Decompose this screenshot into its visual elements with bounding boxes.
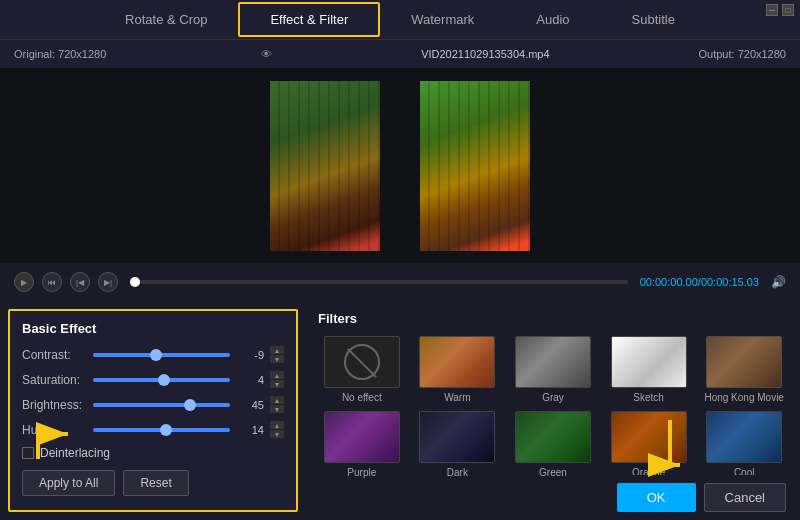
hue-label: Hue: [22, 423, 87, 437]
contrast-label: Contrast: [22, 348, 87, 362]
filter-label-no-effect: No effect [342, 392, 382, 403]
hue-down[interactable]: ▼ [270, 430, 284, 438]
contrast-arrows: ▲ ▼ [270, 346, 284, 363]
tab-bar: Rotate & Crop Effect & Filter Watermark … [0, 0, 800, 40]
filter-label-purple: Purple [347, 467, 376, 478]
eye-icon[interactable]: 👁 [261, 48, 272, 60]
maximize-button[interactable]: □ [782, 4, 794, 16]
saturation-value: 4 [236, 374, 264, 386]
info-bar: Original: 720x1280 👁 VID20211029135304.m… [0, 40, 800, 68]
contrast-row: Contrast: -9 ▲ ▼ [22, 346, 284, 363]
hue-row: Hue: 14 ▲ ▼ [22, 421, 284, 438]
filter-thumb-warm [419, 336, 495, 388]
filter-label-hong-kong-movie: Hong Kong Movie [704, 392, 784, 403]
filename-label: VID20211029135304.mp4 [421, 48, 549, 60]
volume-icon[interactable]: 🔊 [771, 275, 786, 289]
filter-label-sketch: Sketch [633, 392, 664, 403]
original-preview-image [270, 81, 380, 251]
brightness-row: Brightness: 45 ▲ ▼ [22, 396, 284, 413]
apply-all-button[interactable]: Apply to All [22, 470, 115, 496]
brightness-slider[interactable] [93, 403, 230, 407]
hue-slider[interactable] [93, 428, 230, 432]
saturation-label: Saturation: [22, 373, 87, 387]
tab-rotate-crop[interactable]: Rotate & Crop [94, 3, 238, 36]
filter-hong-kong-movie[interactable]: Hong Kong Movie [700, 336, 788, 403]
action-buttons: Apply to All Reset [22, 470, 284, 496]
contrast-up[interactable]: ▲ [270, 346, 284, 354]
deinterlacing-row: Deinterlacing [22, 446, 284, 460]
contrast-down[interactable]: ▼ [270, 355, 284, 363]
brightness-up[interactable]: ▲ [270, 396, 284, 404]
contrast-slider[interactable] [93, 353, 230, 357]
filter-label-warm: Warm [444, 392, 470, 403]
filter-thumb-cool [706, 411, 782, 463]
filter-thumb-purple [324, 411, 400, 463]
filter-sketch[interactable]: Sketch [605, 336, 693, 403]
saturation-up[interactable]: ▲ [270, 371, 284, 379]
progress-bar[interactable] [130, 280, 628, 284]
brightness-arrows: ▲ ▼ [270, 396, 284, 413]
saturation-down[interactable]: ▼ [270, 380, 284, 388]
time-display: 00:00:00.00/00:00:15.03 [640, 276, 759, 288]
filter-gray[interactable]: Gray [509, 336, 597, 403]
reset-button[interactable]: Reset [123, 470, 188, 496]
saturation-arrows: ▲ ▼ [270, 371, 284, 388]
filter-label-green: Green [539, 467, 567, 478]
filter-purple[interactable]: Purple [318, 411, 406, 478]
filter-cool[interactable]: Cool [700, 411, 788, 478]
basic-effect-panel: Basic Effect Contrast: -9 ▲ ▼ Saturation… [8, 309, 298, 512]
output-size-label: Output: 720x1280 [699, 48, 786, 60]
tab-watermark[interactable]: Watermark [380, 3, 505, 36]
no-effect-icon [344, 344, 380, 380]
filter-thumb-no-effect [324, 336, 400, 388]
deinterlacing-label: Deinterlacing [40, 446, 110, 460]
original-preview [270, 81, 380, 251]
deinterlacing-checkbox[interactable] [22, 447, 34, 459]
window-controls: ─ □ [760, 0, 800, 20]
original-size-label: Original: 720x1280 [14, 48, 106, 60]
saturation-row: Saturation: 4 ▲ ▼ [22, 371, 284, 388]
filters-title: Filters [318, 311, 788, 326]
ok-button[interactable]: OK [617, 483, 696, 512]
filter-thumb-orange [611, 411, 687, 463]
brightness-down[interactable]: ▼ [270, 405, 284, 413]
filter-label-gray: Gray [542, 392, 564, 403]
next-frame-button[interactable]: ▶| [98, 272, 118, 292]
filter-thumb-green [515, 411, 591, 463]
filter-green[interactable]: Green [509, 411, 597, 478]
filter-thumb-gray [515, 336, 591, 388]
filter-dark[interactable]: Dark [414, 411, 502, 478]
filter-no-effect[interactable]: No effect [318, 336, 406, 403]
brightness-value: 45 [236, 399, 264, 411]
output-preview [420, 81, 530, 251]
hue-value: 14 [236, 424, 264, 436]
cancel-button[interactable]: Cancel [704, 483, 786, 512]
contrast-value: -9 [236, 349, 264, 361]
tab-subtitle[interactable]: Subtitle [601, 3, 706, 36]
progress-thumb[interactable] [130, 277, 140, 287]
hue-arrows: ▲ ▼ [270, 421, 284, 438]
tab-effect-filter[interactable]: Effect & Filter [238, 2, 380, 37]
playback-bar: ▶ ⏮ |◀ ▶| 00:00:00.00/00:00:15.03 🔊 [0, 263, 800, 301]
preview-area [0, 68, 800, 263]
saturation-slider[interactable] [93, 378, 230, 382]
filter-thumb-dark [419, 411, 495, 463]
filter-warm[interactable]: Warm [414, 336, 502, 403]
filter-label-dark: Dark [447, 467, 468, 478]
step-back-button[interactable]: ⏮ [42, 272, 62, 292]
tab-audio[interactable]: Audio [505, 3, 600, 36]
hue-up[interactable]: ▲ [270, 421, 284, 429]
filter-thumb-hong-kong-movie [706, 336, 782, 388]
prev-frame-button[interactable]: |◀ [70, 272, 90, 292]
bottom-action-bar: OK Cancel [603, 475, 800, 520]
output-preview-image [420, 81, 530, 251]
basic-effect-title: Basic Effect [22, 321, 284, 336]
brightness-label: Brightness: [22, 398, 87, 412]
filter-orange[interactable]: Orange [605, 411, 693, 478]
play-button[interactable]: ▶ [14, 272, 34, 292]
minimize-button[interactable]: ─ [766, 4, 778, 16]
filters-grid: No effect Warm Gray Sketch [318, 336, 788, 478]
filter-thumb-sketch [611, 336, 687, 388]
